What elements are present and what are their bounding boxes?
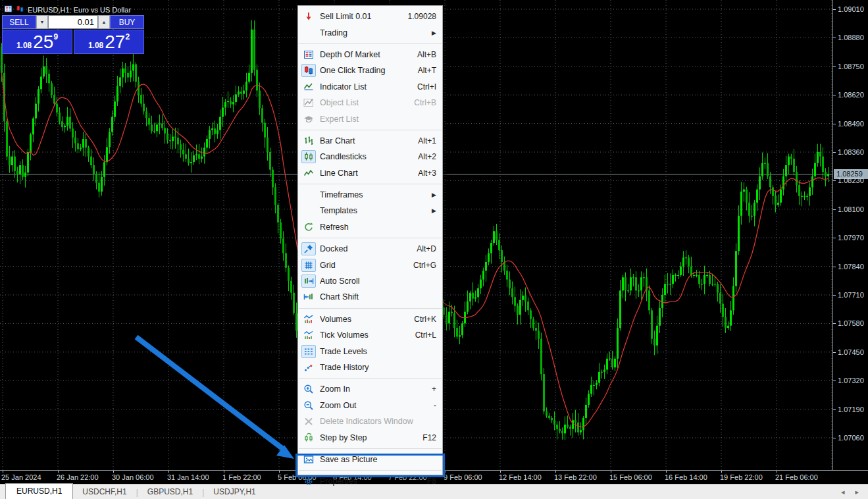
menu-item-docked[interactable]: DockedAlt+D xyxy=(298,241,442,257)
menu-item-shortcut: Ctrl+I xyxy=(417,82,436,92)
submenu-arrow-icon: ▶ xyxy=(432,207,436,214)
buy-price-main: 27 xyxy=(105,32,125,53)
tab-scroll-right-icon[interactable]: ▸ xyxy=(855,488,859,496)
submenu-arrow-icon: ▶ xyxy=(432,30,436,36)
menu-item-chart-shift[interactable]: Chart Shift xyxy=(298,289,442,305)
menu-item-properties[interactable]: PropertiesF8 xyxy=(298,473,442,489)
buy-price-prefix: 1.08 xyxy=(88,41,103,50)
time-axis-tick xyxy=(58,471,59,473)
menu-item-shortcut: Ctrl+L xyxy=(415,330,436,340)
menu-item-volumes[interactable]: VolumesCtrl+K xyxy=(298,311,442,327)
menu-item-trade-history[interactable]: Trade History xyxy=(298,359,442,375)
menu-item-grid[interactable]: GridCtrl+G xyxy=(298,257,442,273)
buy-price-panel[interactable]: 1.08 27 2 xyxy=(74,30,144,54)
menu-item-sell-limit-0-01[interactable]: Sell Limit 0.011.09028 xyxy=(298,9,442,24)
menu-item-label: Auto Scroll xyxy=(320,276,436,286)
time-axis-tick xyxy=(777,471,777,473)
menu-item-shortcut: F8 xyxy=(427,477,436,486)
menu-item-candlesticks[interactable]: CandlesticksAlt+2 xyxy=(298,149,442,165)
time-axis-tick xyxy=(279,471,280,473)
menu-item-label: Docked xyxy=(320,244,417,253)
sell-price-panel[interactable]: 1.08 25 9 xyxy=(2,30,72,54)
object-list-icon xyxy=(301,96,316,109)
price-axis-tick xyxy=(833,38,836,38)
tab-scroll-left-icon[interactable]: ◂ xyxy=(841,488,845,496)
price-axis-tick xyxy=(833,209,836,210)
menu-item-label: Object List xyxy=(320,98,414,107)
price-axis-label: 1.08230 xyxy=(838,176,864,184)
volume-up-button[interactable]: ▲ xyxy=(98,15,110,29)
menu-item-delete-indicators-window: Delete Indicators Window xyxy=(298,413,442,429)
price-axis-label: 1.08100 xyxy=(838,205,864,213)
menu-item-save-as-picture[interactable]: Save as Picture xyxy=(298,452,442,467)
time-axis-label: 26 Jan 22:00 xyxy=(57,473,99,481)
tab-usdchf-h1[interactable]: USDCHF,H1 xyxy=(73,485,136,499)
docked-icon xyxy=(301,242,316,255)
price-axis-label: 1.07710 xyxy=(838,291,864,299)
menu-item-refresh[interactable]: Refresh xyxy=(298,219,442,235)
price-axis-tick xyxy=(833,180,836,181)
auto-scroll-icon xyxy=(301,275,316,288)
menu-item-label: Candlesticks xyxy=(320,152,418,161)
time-axis-label: 12 Feb 14:00 xyxy=(499,473,542,481)
sell-price-sup: 9 xyxy=(53,32,58,41)
menu-item-label: One Click Trading xyxy=(320,66,418,75)
menu-item-zoom-out[interactable]: Zoom Out- xyxy=(298,398,442,413)
sell-button[interactable]: SELL xyxy=(2,15,36,29)
menu-item-one-click-trading[interactable]: One Click TradingAlt+T xyxy=(298,63,442,78)
menu-item-shortcut: Alt+1 xyxy=(418,136,436,145)
menu-item-templates[interactable]: Templates▶ xyxy=(298,203,442,219)
time-axis-label: 15 Feb 06:00 xyxy=(609,473,652,481)
menu-item-label: Tick Volumes xyxy=(320,330,415,340)
tab-usdjpy-h1[interactable]: USDJPY,H1 xyxy=(204,485,265,499)
buy-button[interactable]: BUY xyxy=(110,15,144,29)
tab-eurusd-h1[interactable]: EURUSD,H1 xyxy=(5,483,73,499)
sell-limit-icon xyxy=(301,10,316,23)
price-axis-tick xyxy=(833,409,836,410)
no-icon xyxy=(301,26,316,39)
time-axis-label: 16 Feb 14:00 xyxy=(665,473,707,481)
chart-title: EURUSD,H1: Euro vs US Dollar xyxy=(4,5,131,14)
menu-item-object-list: Object ListCtrl+B xyxy=(298,95,442,111)
menu-item-trading[interactable]: Trading▶ xyxy=(298,24,442,40)
chart-title-label: EURUSD,H1: Euro vs US Dollar xyxy=(28,6,131,14)
volume-dropdown-button[interactable]: ▼ xyxy=(36,15,48,29)
time-axis-tick xyxy=(666,471,667,473)
menu-item-shortcut: Alt+3 xyxy=(418,169,436,178)
price-axis-tick xyxy=(833,124,836,124)
time-axis-tick xyxy=(721,471,722,473)
menu-item-shortcut: Alt+D xyxy=(417,244,436,253)
menu-item-zoom-in[interactable]: Zoom In+ xyxy=(298,381,442,397)
price-axis-label: 1.08360 xyxy=(838,148,864,156)
save-as-picture-icon xyxy=(301,453,316,466)
tab-gbpusd-h1[interactable]: GBPUSD,H1 xyxy=(138,485,202,499)
menu-item-tick-volumes[interactable]: Tick VolumesCtrl+L xyxy=(298,327,442,343)
menu-item-shortcut: Ctrl+B xyxy=(414,98,436,107)
menu-item-indicator-list[interactable]: Indicator ListCtrl+I xyxy=(298,79,442,95)
no-icon xyxy=(301,188,316,201)
menu-item-auto-scroll[interactable]: Auto Scroll xyxy=(298,273,442,289)
menu-item-label: Save as Picture xyxy=(320,455,436,464)
menu-item-depth-of-market[interactable]: Depth Of MarketAlt+B xyxy=(298,47,442,63)
grid-icon xyxy=(301,259,316,272)
menu-item-trade-levels[interactable]: Trade Levels xyxy=(298,343,442,359)
submenu-arrow-icon: ▶ xyxy=(432,192,436,198)
menu-item-timeframes[interactable]: Timeframes▶ xyxy=(298,187,442,203)
properties-icon xyxy=(301,475,316,488)
one-click-trading-icon xyxy=(301,64,316,77)
menu-item-step-by-step[interactable]: Step by StepF12 xyxy=(298,429,442,445)
time-axis-tick xyxy=(168,471,169,473)
menu-item-label: Trade History xyxy=(320,363,436,372)
volume-input[interactable]: 0.01 xyxy=(48,15,98,29)
time-axis-tick xyxy=(224,471,224,473)
line-chart-icon xyxy=(301,167,316,180)
menu-item-bar-chart[interactable]: Bar ChartAlt+1 xyxy=(298,133,442,149)
price-axis-tick xyxy=(833,9,836,10)
menu-item-line-chart[interactable]: Line ChartAlt+3 xyxy=(298,165,442,181)
mt5-chart-window: 1.08259 1.090101.088801.087501.086201.08… xyxy=(0,0,868,499)
price-axis-tick xyxy=(833,295,836,296)
expert-list-icon xyxy=(301,113,316,126)
menu-item-label: Bar Chart xyxy=(320,136,418,145)
price-axis[interactable]: 1.08259 1.090101.088801.087501.086201.08… xyxy=(832,0,868,470)
menu-item-label: Delete Indicators Window xyxy=(320,417,436,426)
